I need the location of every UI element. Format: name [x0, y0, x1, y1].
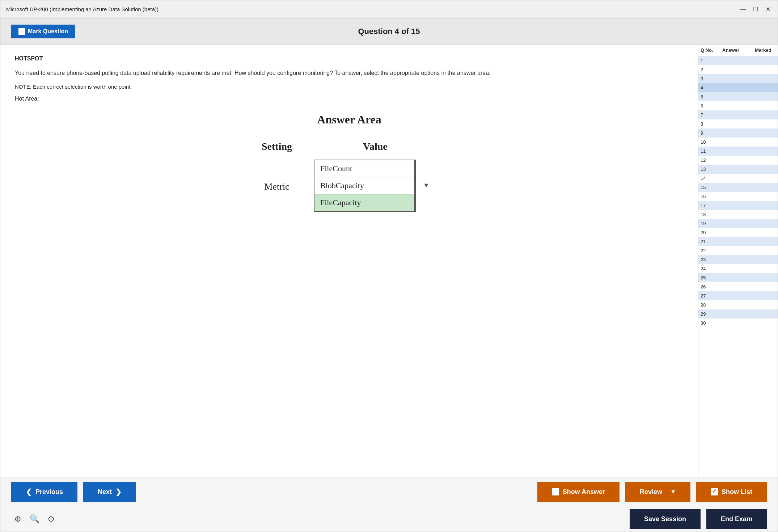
save-session-label: Save Session	[644, 515, 686, 523]
sidebar-row[interactable]: 30	[698, 318, 778, 328]
sidebar-q-number: 20	[701, 230, 722, 235]
sidebar-row[interactable]: 9	[698, 128, 778, 138]
sidebar-row[interactable]: 12	[698, 156, 778, 165]
sidebar-row[interactable]: 8	[698, 119, 778, 128]
sidebar-row[interactable]: 21	[698, 237, 778, 246]
sidebar-row[interactable]: 4	[698, 83, 778, 92]
sidebar-row[interactable]: 23	[698, 255, 778, 264]
sidebar-row[interactable]: 17	[698, 201, 778, 210]
hot-area-label: Hot Area:	[15, 96, 684, 102]
sidebar-col-marked: Marked	[755, 47, 778, 53]
close-button[interactable]: ✕	[764, 5, 772, 13]
sidebar-list[interactable]: 1234567891011121314151617181920212223242…	[698, 56, 778, 477]
sidebar-row[interactable]: 29	[698, 309, 778, 318]
dropdown-option-filecount[interactable]: FileCount	[314, 160, 414, 177]
end-exam-button[interactable]: End Exam	[706, 509, 767, 529]
titlebar-controls: — ☐ ✕	[739, 5, 772, 13]
sidebar-row[interactable]: 1	[698, 56, 778, 65]
sidebar-col-answer: Answer	[722, 47, 755, 53]
mark-question-label: Mark Question	[28, 28, 68, 35]
sidebar-row[interactable]: 6	[698, 101, 778, 110]
footer-bottom: ⊕ 🔍 ⊖ Save Session End Exam	[0, 506, 778, 532]
sidebar-q-number: 3	[701, 76, 722, 81]
next-button[interactable]: Next ❯	[83, 482, 136, 502]
sidebar-row[interactable]: 18	[698, 210, 778, 219]
sidebar-col-qno: Q No.	[701, 47, 722, 53]
sidebar-row[interactable]: 20	[698, 228, 778, 237]
question-text: You need to ensure phone-based polling d…	[15, 68, 684, 78]
show-list-checkbox-icon	[711, 488, 718, 495]
footer-top: ❮ Previous Next ❯ Show Answer Review ▼ S…	[0, 477, 778, 506]
show-list-label: Show List	[722, 488, 752, 496]
sidebar-q-number: 16	[701, 194, 722, 199]
sidebar-row[interactable]: 5	[698, 92, 778, 101]
sidebar-q-number: 1	[701, 58, 722, 63]
footer: ❮ Previous Next ❯ Show Answer Review ▼ S…	[0, 477, 778, 532]
save-session-button[interactable]: Save Session	[630, 509, 701, 529]
metric-dropdown-row: FileCount BlobCapacity FileCapacity ▼	[314, 160, 437, 212]
sidebar-row[interactable]: 15	[698, 183, 778, 192]
metric-label: Metric	[264, 181, 289, 192]
sidebar-q-number: 14	[701, 176, 722, 181]
next-chevron-icon: ❯	[115, 487, 122, 496]
mark-question-button[interactable]: Mark Question	[11, 25, 75, 38]
sidebar-q-number: 6	[701, 103, 722, 109]
sidebar-q-number: 19	[701, 221, 722, 226]
previous-label: Previous	[35, 488, 63, 496]
sidebar-q-number: 7	[701, 112, 722, 118]
review-chevron-icon: ▼	[670, 489, 676, 495]
end-exam-label: End Exam	[721, 515, 752, 523]
minimize-button[interactable]: —	[739, 5, 747, 13]
dropdown-option-filecapacity[interactable]: FileCapacity	[314, 194, 414, 211]
sidebar-row[interactable]: 10	[698, 138, 778, 147]
sidebar-row[interactable]: 25	[698, 273, 778, 282]
zoom-reset-button[interactable]: 🔍	[28, 512, 41, 525]
sidebar-row[interactable]: 11	[698, 147, 778, 156]
sidebar-q-number: 22	[701, 248, 722, 253]
show-answer-button[interactable]: Show Answer	[537, 482, 620, 502]
setting-value-row: Setting Metric Value FileCount BlobCapac…	[262, 141, 437, 212]
question-note: NOTE: Each correct selection is worth on…	[15, 84, 684, 90]
sidebar-row[interactable]: 24	[698, 264, 778, 273]
window-title: Microsoft DP-200 (Implementing an Azure …	[6, 6, 158, 12]
review-button[interactable]: Review ▼	[625, 482, 690, 502]
value-column: Value FileCount BlobCapacity FileCapacit…	[314, 141, 437, 212]
show-answer-checkbox-icon	[552, 488, 559, 495]
sidebar-row[interactable]: 7	[698, 110, 778, 119]
sidebar-row[interactable]: 26	[698, 282, 778, 291]
headerbar: Mark Question Question 4 of 15	[0, 18, 778, 45]
review-label: Review	[640, 488, 662, 496]
maximize-button[interactable]: ☐	[752, 5, 760, 13]
sidebar-q-number: 27	[701, 293, 722, 299]
sidebar-q-number: 29	[701, 311, 722, 317]
question-title: Question 4 of 15	[358, 27, 420, 36]
sidebar-row[interactable]: 16	[698, 192, 778, 201]
dropdown-option-blobcapacity[interactable]: BlobCapacity	[314, 177, 414, 194]
setting-column: Setting Metric	[262, 141, 292, 192]
sidebar-row[interactable]: 22	[698, 246, 778, 255]
app-window: Microsoft DP-200 (Implementing an Azure …	[0, 0, 778, 532]
mark-checkbox-icon	[18, 28, 25, 35]
sidebar-q-number: 30	[701, 320, 722, 326]
previous-button[interactable]: ❮ Previous	[11, 482, 77, 502]
sidebar-q-number: 10	[701, 139, 722, 145]
sidebar-row[interactable]: 14	[698, 174, 778, 183]
value-header: Value	[363, 141, 387, 152]
sidebar-row[interactable]: 2	[698, 65, 778, 74]
sidebar-q-number: 24	[701, 266, 722, 271]
show-answer-label: Show Answer	[563, 488, 605, 496]
sidebar-row[interactable]: 27	[698, 291, 778, 300]
dropdown-right-arrow[interactable]: ▼	[415, 160, 437, 212]
sidebar-row[interactable]: 19	[698, 219, 778, 228]
sidebar-row[interactable]: 28	[698, 300, 778, 309]
sidebar-row[interactable]: 13	[698, 165, 778, 174]
sidebar-q-number: 17	[701, 203, 722, 208]
zoom-out-button[interactable]: ⊖	[45, 512, 58, 525]
sidebar-q-number: 23	[701, 257, 722, 262]
show-list-button[interactable]: Show List	[696, 482, 767, 502]
sidebar-q-number: 18	[701, 212, 722, 217]
zoom-in-button[interactable]: ⊕	[11, 512, 24, 525]
setting-header: Setting	[262, 141, 292, 152]
sidebar-row[interactable]: 3	[698, 74, 778, 83]
dropdown-table[interactable]: FileCount BlobCapacity FileCapacity	[314, 160, 415, 212]
